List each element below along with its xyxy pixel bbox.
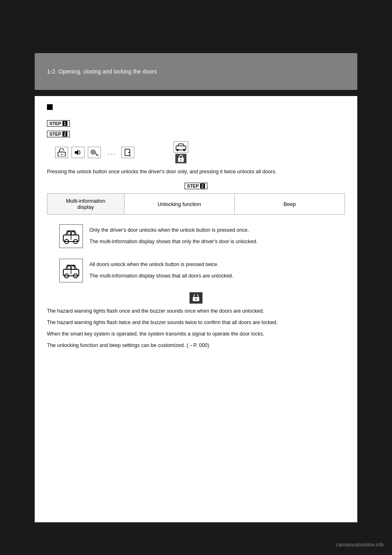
car-section-2-text: All doors unlock when the unlock button … (89, 257, 233, 283)
page-container: 1-2. Opening, closing and locking the do… (0, 0, 392, 555)
svg-rect-18 (68, 232, 71, 235)
svg-rect-25 (71, 266, 74, 269)
content-area: STEP 1 STEP 2 (35, 96, 357, 522)
icon-separator: . . . (107, 150, 115, 156)
step2-num-top: 2 (62, 132, 67, 137)
step2-badge-top: STEP 2 (47, 131, 70, 137)
bottom-text-4: The unlocking function and beep settings… (47, 341, 345, 349)
step2-row-top: STEP 2 (47, 130, 345, 139)
svg-point-14 (180, 159, 182, 161)
car-section-1-text: Only the driver's door unlocks when the … (89, 223, 258, 249)
watermark: carmanualsonline.info (336, 542, 384, 548)
step2-num-center: 2 (200, 184, 205, 188)
center-lock-icon (189, 292, 203, 304)
table-header-col1-text: Multi-information display (66, 198, 105, 210)
center-lock-section (47, 292, 345, 304)
bottom-text-1: The hazard warning lights flash once and… (47, 307, 345, 315)
car2-text-main: All doors unlock when the unlock button … (89, 260, 233, 269)
desc-text-1: Pressing the unlock button once unlocks … (47, 168, 345, 176)
car-section-2: All doors unlock when the unlock button … (47, 255, 345, 286)
table-header-col3: Beep (235, 194, 345, 214)
key-icon (88, 147, 101, 158)
step2-badge-center: STEP 2 (185, 183, 207, 189)
svg-point-28 (195, 298, 197, 300)
table-header-col2-text: Unlocking function (158, 201, 201, 207)
section-content: STEP 1 STEP 2 (47, 119, 345, 349)
table-header-col1: Multi-information display (47, 194, 125, 214)
step1-label: STEP (49, 121, 61, 126)
header-box: 1-2. Opening, closing and locking the do… (35, 53, 357, 90)
bottom-text-2: The hazard warning lights flash twice an… (47, 318, 345, 327)
car-section-1: Only the driver's door unlocks when the … (47, 221, 345, 251)
icons-row: . . . (55, 141, 345, 163)
car1-text-main: Only the driver's door unlocks when the … (89, 226, 258, 234)
lock-open-icon (55, 147, 68, 158)
svg-rect-19 (71, 232, 74, 235)
bottom-text-3: When the smart key system is operated, t… (47, 330, 345, 338)
svg-rect-24 (68, 266, 71, 269)
table-header-row: Multi-information display Unlocking func… (47, 194, 345, 214)
step1-badge: STEP 1 (47, 120, 70, 127)
step1-num: 1 (62, 121, 67, 126)
svg-point-1 (61, 154, 62, 155)
car1-text-sub: The multi-information display shows that… (89, 237, 258, 246)
door-icon (121, 147, 134, 158)
svg-marker-2 (75, 150, 78, 155)
car-icon-2 (59, 259, 83, 282)
car-lock-icon-group (174, 141, 188, 163)
step1-row: STEP 1 (47, 119, 345, 128)
step2-label-center: STEP (187, 184, 199, 188)
svg-line-9 (130, 156, 131, 157)
table-header-col3-text: Beep (283, 201, 296, 207)
header-title: 1-2. Opening, closing and locking the do… (47, 68, 157, 75)
car-icon-top (174, 141, 188, 153)
car-icon-1 (59, 224, 83, 248)
lock-closed-icon (175, 154, 187, 163)
step2-label-top: STEP (49, 132, 61, 137)
section-icon (47, 104, 53, 110)
table: Multi-information display Unlocking func… (47, 193, 345, 215)
table-header-col2: Unlocking function (125, 194, 235, 214)
car2-text-sub: The multi-information display shows that… (89, 272, 233, 280)
step2-center-label: STEP 2 (47, 182, 345, 191)
svg-point-8 (129, 152, 130, 153)
svg-point-4 (92, 151, 94, 153)
sound-icon (71, 147, 85, 158)
